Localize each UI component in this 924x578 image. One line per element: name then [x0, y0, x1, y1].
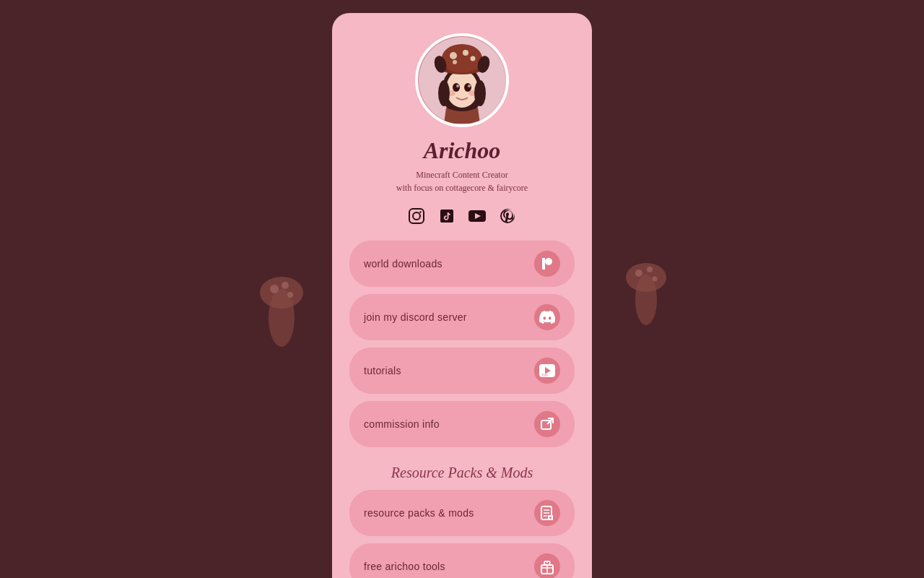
svg-point-18 [453, 60, 457, 64]
svg-point-2 [270, 285, 279, 293]
svg-point-19 [453, 83, 460, 92]
svg-point-30 [413, 212, 420, 220]
avatar-container [415, 33, 509, 127]
youtube-icon[interactable] [467, 206, 487, 226]
instagram-icon[interactable] [406, 206, 427, 226]
resource-section-title: Resource Packs & Mods [391, 465, 533, 481]
free-tools-label: free arichoo tools [364, 561, 445, 572]
svg-point-25 [438, 80, 450, 106]
tiktok-icon[interactable] [437, 206, 457, 226]
social-icons-row [406, 206, 518, 226]
svg-point-15 [450, 52, 457, 59]
svg-point-16 [463, 50, 468, 56]
resource-packs-mods-button[interactable]: resource packs & mods [349, 490, 575, 536]
page-background: Arichoo Minecraft Content Creator with f… [0, 0, 924, 578]
svg-point-8 [647, 267, 653, 272]
svg-point-1 [260, 277, 303, 309]
svg-point-17 [471, 56, 476, 61]
tagline-line1: Minecraft Content Creator [416, 170, 507, 180]
profile-card: Arichoo Minecraft Content Creator with f… [332, 13, 592, 578]
svg-point-31 [419, 211, 421, 212]
tutorials-button[interactable]: tutorials You [349, 348, 575, 394]
pinterest-icon[interactable] [497, 206, 518, 226]
svg-point-26 [474, 80, 486, 106]
bg-decoration-right [614, 260, 679, 340]
svg-point-22 [468, 85, 471, 87]
svg-point-5 [635, 275, 657, 325]
svg-point-6 [626, 263, 666, 292]
svg-rect-29 [409, 209, 424, 223]
svg-point-7 [635, 269, 642, 277]
world-downloads-button[interactable]: world downloads [349, 241, 575, 287]
free-tools-button[interactable]: free arichoo tools [349, 543, 575, 578]
world-downloads-label: world downloads [364, 258, 443, 269]
svg-text:You: You [541, 373, 548, 377]
svg-point-14 [442, 44, 482, 73]
tagline-line2: with focus on cottagecore & fairycore [396, 183, 528, 193]
svg-rect-36 [542, 258, 545, 269]
tutorials-label: tutorials [364, 365, 401, 376]
resource-packs-mods-label: resource packs & mods [364, 507, 474, 519]
svg-point-3 [282, 282, 289, 289]
svg-point-21 [456, 85, 459, 87]
tagline: Minecraft Content Creator with focus on … [396, 168, 528, 194]
world-downloads-icon [534, 251, 560, 277]
free-tools-icon [534, 553, 560, 578]
svg-point-12 [446, 70, 478, 108]
username: Arichoo [424, 137, 501, 164]
bg-decoration-left [245, 275, 318, 361]
resource-packs-mods-icon [534, 500, 560, 526]
discord-button[interactable]: join my discord server [349, 294, 575, 340]
svg-point-4 [287, 292, 293, 298]
commission-info-label: commission info [364, 418, 440, 430]
tutorials-icon: You [534, 358, 560, 384]
svg-point-35 [545, 258, 552, 265]
svg-point-9 [653, 277, 658, 282]
commission-info-button[interactable]: commission info [349, 401, 575, 447]
discord-icon [534, 304, 560, 330]
svg-point-20 [464, 83, 471, 92]
commission-info-icon [534, 411, 560, 437]
svg-point-0 [269, 289, 295, 347]
avatar-image [419, 37, 505, 124]
discord-label: join my discord server [364, 311, 467, 323]
